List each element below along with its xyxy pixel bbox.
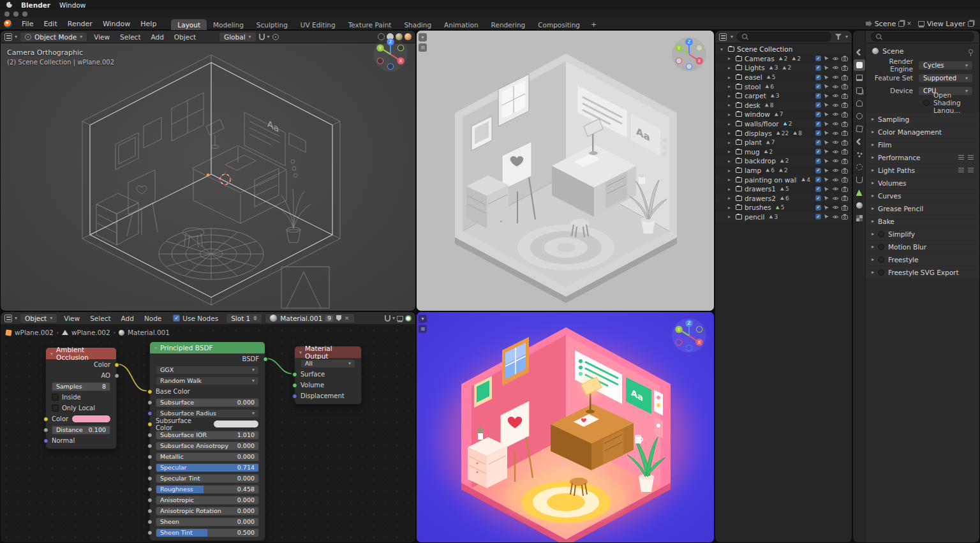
render-visibility-icon[interactable] [842, 214, 848, 219]
section-checkbox[interactable] [878, 231, 884, 237]
unlink-scene-icon[interactable]: ✕ [907, 20, 912, 27]
navigation-gizmo[interactable]: Z X Y [372, 36, 409, 73]
outliner-row[interactable]: ▸ window 7 [715, 110, 852, 119]
filter-icon[interactable] [835, 34, 842, 40]
properties-section[interactable]: ▸ Sampling [866, 113, 979, 125]
selectable-icon[interactable] [824, 102, 829, 108]
view-layer-selector[interactable]: View Layer [918, 20, 974, 28]
3d-viewport-wireframe[interactable]: ▾ Object Mode▾ View Select Add Object Gl… [1, 31, 415, 311]
outliner-row[interactable]: ▸ Lights 3 2 [715, 63, 852, 73]
tab-material[interactable] [854, 200, 865, 211]
input-socket-distance[interactable] [43, 428, 48, 433]
close-window-button[interactable] [4, 11, 10, 17]
node-dropdown[interactable]: Random Walk▾ [156, 376, 259, 385]
selectable-icon[interactable] [824, 56, 829, 61]
expand-caret[interactable]: ▸ [728, 168, 733, 174]
selectable-icon[interactable] [824, 158, 829, 164]
expand-caret[interactable]: ▸ [728, 214, 733, 219]
properties-search-input[interactable] [886, 33, 969, 40]
properties-section[interactable]: ▸ Freestyle [866, 253, 979, 265]
collapse-node-icon[interactable]: ▾ [50, 351, 53, 357]
node-value-slider[interactable]: Sheen0.000 [156, 517, 259, 526]
input-socket[interactable] [292, 394, 297, 399]
chevron-right-icon[interactable]: ▸ [872, 244, 874, 249]
collection-enable-checkbox[interactable] [815, 93, 821, 99]
outliner-row[interactable]: ▸ stool 6 [715, 82, 852, 91]
new-view-layer-icon[interactable] [968, 21, 974, 27]
workspace-tab[interactable]: Sculpting [250, 19, 294, 30]
properties-section[interactable]: ▸ Freestyle SVG Export [866, 266, 979, 278]
render-visibility-icon[interactable] [842, 186, 848, 192]
input-socket[interactable] [147, 454, 152, 459]
output-socket-color[interactable] [114, 362, 119, 368]
viewport-menu[interactable]: Select [116, 32, 144, 42]
expand-caret[interactable]: ▸ [728, 130, 733, 136]
input-socket[interactable] [147, 498, 152, 503]
transform-orientation-dropdown[interactable]: Global▾ [219, 32, 256, 42]
collection-enable-checkbox[interactable] [815, 56, 821, 61]
expand-header-icon[interactable]: ▾ [419, 33, 427, 41]
hide-eye-icon[interactable] [832, 121, 839, 126]
input-socket[interactable] [147, 433, 152, 438]
topbar-menu[interactable]: File [17, 19, 38, 29]
selectable-icon[interactable] [824, 75, 829, 80]
outliner-row[interactable]: ▸ drawers2 6 [715, 194, 852, 204]
node-value-slider[interactable]: Specular0.714 [156, 463, 259, 472]
osl-checkbox[interactable] [923, 100, 930, 106]
scene-selector[interactable]: Scene ✕ [866, 20, 912, 28]
tab-texture[interactable] [854, 212, 865, 224]
outliner-search-input[interactable] [752, 33, 826, 40]
collection-enable-checkbox[interactable] [815, 214, 821, 219]
selectable-icon[interactable] [824, 84, 829, 89]
expand-caret[interactable]: ▸ [728, 140, 733, 145]
hide-eye-icon[interactable] [832, 93, 839, 98]
expand-header-icon[interactable]: ▾ [419, 315, 427, 323]
selectable-icon[interactable] [824, 140, 829, 145]
fake-user-shield-icon[interactable] [336, 315, 341, 321]
collection-enable-checkbox[interactable] [815, 177, 821, 182]
workspace-tab[interactable]: Compositing [531, 19, 586, 30]
chevron-right-icon[interactable]: ▸ [872, 205, 874, 211]
maximize-window-button[interactable] [22, 11, 27, 17]
node-dropdown[interactable]: GGX▾ [156, 366, 259, 375]
expand-caret[interactable]: ▸ [728, 177, 733, 182]
input-socket[interactable] [147, 476, 152, 481]
collapse-node-icon[interactable]: ▾ [154, 345, 157, 351]
render-visibility-icon[interactable] [842, 84, 848, 89]
node-value-slider[interactable]: Anisotropic Rotation0.000 [156, 507, 259, 516]
render-visibility-icon[interactable] [842, 158, 848, 164]
properties-section[interactable]: ▸ Volumes [866, 177, 979, 189]
properties-editor[interactable]: Scene Render Engine Cycles▾ Feature Set … [853, 31, 979, 542]
tab-physics[interactable] [854, 161, 865, 173]
overlay-icon[interactable] [397, 316, 403, 321]
collection-enable-checkbox[interactable] [815, 75, 821, 80]
color-swatch[interactable] [213, 420, 259, 428]
node-canvas[interactable]: wPlane.002› wPlane.002› Material.001 ▾ A… [1, 325, 415, 542]
node-value-slider[interactable]: Metallic0.000 [156, 452, 259, 461]
tab-render[interactable] [854, 59, 865, 71]
add-workspace-button[interactable]: + [586, 19, 601, 30]
apple-menu-icon[interactable] [6, 2, 12, 8]
outliner-row[interactable]: ▸ painting on wall 4 [715, 175, 852, 184]
selectable-icon[interactable] [824, 149, 829, 154]
collection-enable-checkbox[interactable] [815, 130, 821, 136]
hide-eye-icon[interactable] [832, 149, 839, 154]
outliner-row[interactable]: ▸ plant 7 [715, 138, 852, 147]
editor-type-icon[interactable] [4, 315, 12, 322]
hide-eye-icon[interactable] [832, 177, 839, 182]
shader-type-dropdown[interactable]: Object▾ [20, 313, 57, 324]
chevron-right-icon[interactable]: ▸ [872, 180, 874, 186]
hide-eye-icon[interactable] [832, 56, 839, 61]
property-dropdown[interactable]: Cycles▾ [918, 61, 973, 70]
render-visibility-icon[interactable] [842, 102, 848, 108]
tab-output[interactable] [854, 72, 865, 84]
outliner-row[interactable]: ▸ walls/floor 2 [715, 119, 852, 129]
color-swatch[interactable] [71, 415, 111, 423]
selectable-icon[interactable] [824, 121, 829, 127]
tab-modifiers[interactable] [854, 136, 865, 147]
hide-eye-icon[interactable] [832, 205, 839, 210]
mode-dropdown[interactable]: Object Mode▾ [20, 32, 87, 42]
outliner-row[interactable]: ▸ mug 2 [715, 147, 852, 157]
view-axis-icon[interactable]: ⊞ [419, 325, 427, 333]
outliner-row[interactable]: ▸ pencil 3 [715, 212, 852, 222]
